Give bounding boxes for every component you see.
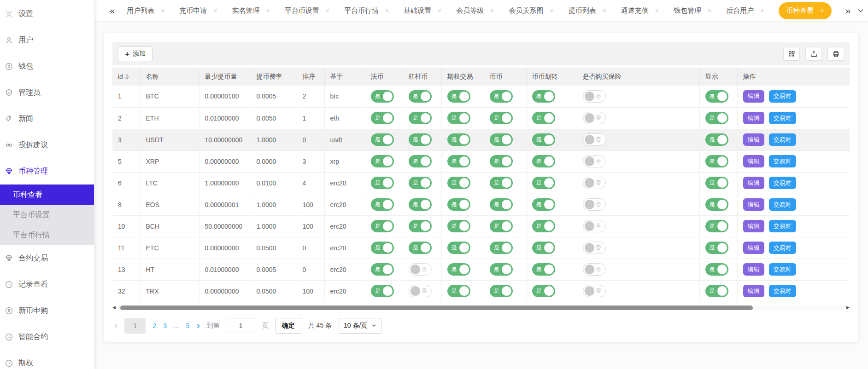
tab-close-icon[interactable]: ×	[708, 7, 711, 14]
toggle-fiat-on[interactable]: 是	[371, 90, 394, 103]
toggle-leverage-on[interactable]: 是	[409, 90, 432, 103]
tab-币种查看[interactable]: 币种查看×	[779, 2, 831, 19]
tab-基础设置[interactable]: 基础设置×	[404, 6, 441, 15]
sidebar-subitem-platform-coin-setting[interactable]: 平台币设置	[0, 205, 94, 225]
toggle-show-on[interactable]: 是	[705, 155, 728, 167]
toggle-insurance-off[interactable]: 否	[583, 242, 606, 254]
toggle-insurance-off[interactable]: 否	[583, 90, 606, 103]
toggle-coin-on[interactable]: 是	[490, 263, 513, 276]
toggle-insurance-off[interactable]: 否	[583, 263, 606, 276]
tab-平台币行情[interactable]: 平台币行情×	[344, 6, 389, 15]
sidebar-item-record-view[interactable]: 记录查看	[0, 271, 94, 298]
toggle-insurance-off[interactable]: 否	[583, 198, 606, 211]
tab-close-icon[interactable]: ×	[603, 7, 606, 14]
tab-close-icon[interactable]: ×	[385, 7, 389, 14]
toggle-show-on[interactable]: 是	[705, 90, 728, 103]
toggle-show-on[interactable]: 是	[705, 177, 728, 189]
scrollbar-track[interactable]	[117, 306, 845, 310]
page-next-icon[interactable]: ›	[196, 321, 199, 331]
toggle-show-on[interactable]: 是	[705, 285, 728, 297]
toggle-leverage-off[interactable]: 否	[409, 285, 432, 297]
tab-close-icon[interactable]: ×	[490, 7, 494, 14]
scrollbar-thumb[interactable]	[120, 306, 753, 310]
toggle-option-on[interactable]: 是	[447, 285, 470, 297]
toggle-fiat-on[interactable]: 是	[371, 242, 394, 254]
page-number-2[interactable]: 2	[152, 322, 156, 329]
sidebar-subitem-coin-view[interactable]: 币种查看	[0, 184, 94, 205]
toggle-transfer-on[interactable]: 是	[532, 155, 555, 167]
sidebar-item-smart-contract[interactable]: 智能合约	[0, 324, 94, 350]
toggle-fiat-on[interactable]: 是	[371, 177, 394, 189]
toggle-option-on[interactable]: 是	[447, 263, 470, 276]
pairs-button[interactable]: 交易对	[769, 242, 796, 254]
tab-平台币设置[interactable]: 平台币设置×	[285, 6, 329, 15]
print-icon[interactable]	[827, 47, 844, 61]
toggle-transfer-on[interactable]: 是	[532, 112, 555, 124]
toggle-insurance-off[interactable]: 否	[583, 155, 606, 167]
pairs-button[interactable]: 交易对	[769, 112, 796, 124]
toggle-coin-on[interactable]: 是	[490, 198, 513, 211]
edit-button[interactable]: 编辑	[743, 177, 764, 189]
edit-button[interactable]: 编辑	[743, 263, 764, 276]
toggle-insurance-off[interactable]: 否	[583, 112, 606, 124]
tab-close-icon[interactable]: ×	[760, 7, 764, 14]
toggle-insurance-off[interactable]: 否	[583, 133, 606, 146]
tab-后台用户[interactable]: 后台用户×	[726, 6, 764, 15]
tab-close-icon[interactable]: ×	[820, 7, 824, 14]
toggle-insurance-off[interactable]: 否	[583, 285, 606, 297]
edit-button[interactable]: 编辑	[743, 90, 764, 103]
pairs-button[interactable]: 交易对	[769, 90, 796, 103]
toggle-option-on[interactable]: 是	[447, 133, 470, 146]
toggle-transfer-on[interactable]: 是	[532, 177, 555, 189]
add-button[interactable]: + 添加	[118, 46, 152, 61]
tab-实名管理[interactable]: 实名管理×	[232, 6, 270, 15]
toggle-fiat-on[interactable]: 是	[371, 285, 394, 297]
toggle-transfer-on[interactable]: 是	[532, 133, 555, 146]
toggle-coin-on[interactable]: 是	[490, 220, 513, 232]
sidebar-item-admins[interactable]: 管理员	[0, 80, 94, 106]
tab-用户列表[interactable]: 用户列表×	[127, 6, 164, 15]
toggle-leverage-on[interactable]: 是	[409, 242, 432, 254]
tab-会员关系图[interactable]: 会员关系图×	[509, 6, 553, 15]
toggle-insurance-off[interactable]: 否	[583, 220, 606, 232]
columns-toggle-icon[interactable]	[783, 47, 800, 61]
toggle-show-on[interactable]: 是	[705, 198, 728, 211]
toggle-option-on[interactable]: 是	[447, 220, 470, 232]
sidebar-item-coin-manage[interactable]: 币种管理	[0, 158, 94, 184]
confirm-button[interactable]: 确定	[276, 318, 301, 334]
tab-提币列表[interactable]: 提币列表×	[569, 6, 606, 15]
sidebar-item-feedback[interactable]: 投拆建议	[0, 132, 94, 158]
scrollbar-left-arrow-icon[interactable]: ◀	[112, 306, 116, 310]
toggle-fiat-on[interactable]: 是	[371, 133, 394, 146]
page-number-3[interactable]: 3	[163, 322, 167, 329]
scrollbar-right-arrow-icon[interactable]: ▶	[846, 306, 850, 310]
toggle-fiat-on[interactable]: 是	[371, 220, 394, 232]
toggle-coin-on[interactable]: 是	[490, 133, 513, 146]
toggle-transfer-on[interactable]: 是	[532, 90, 555, 103]
toggle-coin-on[interactable]: 是	[490, 112, 513, 124]
toggle-show-on[interactable]: 是	[705, 242, 728, 254]
export-icon[interactable]	[805, 47, 822, 61]
toggle-option-on[interactable]: 是	[447, 198, 470, 211]
sidebar-item-wallet[interactable]: 钱包	[0, 53, 94, 80]
edit-button[interactable]: 编辑	[743, 285, 764, 297]
pairs-button[interactable]: 交易对	[769, 263, 796, 276]
column-header-id[interactable]: id	[112, 68, 140, 86]
toggle-transfer-on[interactable]: 是	[532, 263, 555, 276]
chevron-down-icon[interactable]	[857, 7, 864, 14]
page-number-1[interactable]: 1	[124, 318, 146, 334]
sidebar-item-new-coin[interactable]: 新币申购	[0, 298, 94, 324]
toggle-leverage-off[interactable]: 否	[409, 263, 432, 276]
tabs-scroll-left-icon[interactable]: «	[110, 6, 115, 16]
sidebar-item-options[interactable]: 期权	[0, 350, 94, 369]
tab-close-icon[interactable]: ×	[213, 7, 217, 14]
toggle-show-on[interactable]: 是	[705, 112, 728, 124]
toggle-fiat-on[interactable]: 是	[371, 263, 394, 276]
toggle-leverage-on[interactable]: 是	[409, 220, 432, 232]
toggle-leverage-on[interactable]: 是	[409, 155, 432, 167]
tab-充币申请[interactable]: 充币申请×	[179, 6, 217, 15]
tab-close-icon[interactable]: ×	[161, 7, 164, 14]
toggle-coin-on[interactable]: 是	[490, 177, 513, 189]
pairs-button[interactable]: 交易对	[769, 133, 796, 146]
edit-button[interactable]: 编辑	[743, 220, 764, 232]
